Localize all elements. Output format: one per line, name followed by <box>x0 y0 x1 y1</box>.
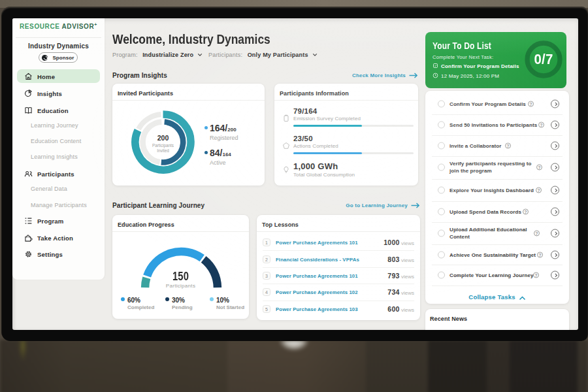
svg-text:200: 200 <box>157 134 169 142</box>
svg-text:Participants: Participants <box>152 143 174 148</box>
svg-text:Invited: Invited <box>157 148 169 153</box>
